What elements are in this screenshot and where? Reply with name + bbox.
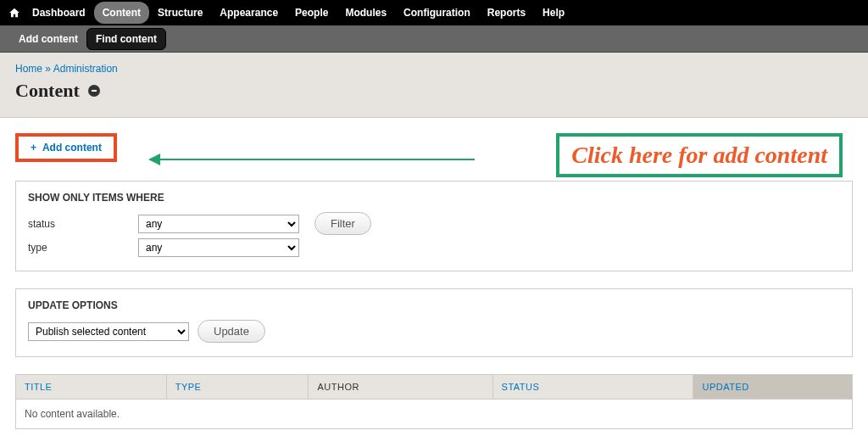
home-icon[interactable] bbox=[5, 3, 24, 22]
status-label: status bbox=[28, 218, 138, 230]
admin-toolbar: Dashboard Content Structure Appearance P… bbox=[0, 0, 868, 25]
add-content-highlight: + Add content bbox=[15, 133, 117, 162]
th-type[interactable]: TYPE bbox=[166, 375, 309, 400]
toolbar-item-content[interactable]: Content bbox=[94, 2, 149, 24]
toolbar-item-help[interactable]: Help bbox=[534, 2, 573, 24]
toolbar-item-dashboard[interactable]: Dashboard bbox=[24, 2, 94, 24]
empty-message: No content available. bbox=[16, 400, 853, 429]
toolbar-item-appearance[interactable]: Appearance bbox=[211, 2, 287, 24]
th-author: AUTHOR bbox=[309, 375, 492, 400]
update-legend: UPDATE OPTIONS bbox=[28, 299, 840, 311]
update-button[interactable]: Update bbox=[198, 320, 265, 343]
shortcut-bar: Add content Find content bbox=[0, 25, 868, 53]
status-select[interactable]: any bbox=[138, 215, 299, 233]
add-content-label: Add content bbox=[42, 142, 102, 154]
toolbar-item-structure[interactable]: Structure bbox=[149, 2, 211, 24]
tutorial-arrow-icon bbox=[153, 159, 475, 160]
header-band: Home » Administration Content bbox=[0, 53, 868, 118]
page-title: Content bbox=[15, 80, 853, 102]
collapse-icon[interactable] bbox=[88, 85, 100, 97]
filter-button[interactable]: Filter bbox=[314, 212, 371, 235]
table-row-empty: No content available. bbox=[16, 400, 853, 429]
page-title-text: Content bbox=[15, 80, 80, 102]
breadcrumb: Home » Administration bbox=[15, 63, 853, 75]
th-title[interactable]: TITLE bbox=[16, 375, 167, 400]
type-select[interactable]: any bbox=[138, 238, 299, 257]
update-box: UPDATE OPTIONS Publish selected content … bbox=[15, 288, 853, 357]
tutorial-callout: Click here for add content bbox=[556, 133, 843, 177]
operation-select[interactable]: Publish selected content bbox=[28, 322, 189, 341]
type-label: type bbox=[28, 242, 138, 254]
breadcrumb-separator: » bbox=[45, 63, 51, 75]
toolbar-item-people[interactable]: People bbox=[287, 2, 337, 24]
plus-icon: + bbox=[31, 142, 36, 154]
shortcut-find-content[interactable]: Find content bbox=[86, 28, 166, 50]
breadcrumb-home[interactable]: Home bbox=[15, 63, 42, 75]
page-body: Click here for add content + Add content… bbox=[0, 118, 868, 436]
toolbar-item-modules[interactable]: Modules bbox=[337, 2, 395, 24]
filter-box: SHOW ONLY ITEMS WHERE status any Filter … bbox=[15, 181, 853, 271]
add-content-link[interactable]: + Add content bbox=[31, 142, 102, 154]
filter-legend: SHOW ONLY ITEMS WHERE bbox=[28, 192, 840, 204]
content-table: TITLE TYPE AUTHOR STATUS UPDATED No cont… bbox=[15, 374, 853, 429]
th-status[interactable]: STATUS bbox=[492, 375, 693, 400]
toolbar-item-reports[interactable]: Reports bbox=[479, 2, 534, 24]
shortcut-add-content[interactable]: Add content bbox=[10, 29, 86, 49]
breadcrumb-admin[interactable]: Administration bbox=[53, 63, 118, 75]
toolbar-item-configuration[interactable]: Configuration bbox=[395, 2, 479, 24]
th-updated[interactable]: UPDATED bbox=[693, 375, 853, 400]
